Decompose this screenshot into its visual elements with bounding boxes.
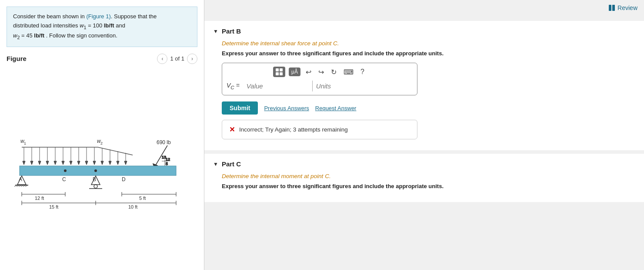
svg-marker-24 bbox=[93, 161, 96, 165]
submit-button[interactable]: Submit bbox=[222, 101, 258, 115]
next-figure-btn[interactable]: › bbox=[187, 54, 197, 64]
svg-marker-14 bbox=[54, 161, 57, 165]
part-c-question: Determine the internal moment at point C… bbox=[222, 173, 635, 179]
part-b-header[interactable]: ▼ Part B bbox=[213, 27, 635, 35]
svg-text:D: D bbox=[122, 176, 126, 182]
svg-text:12 ft: 12 ft bbox=[35, 196, 44, 201]
part-c-body: Determine the internal moment at point C… bbox=[213, 173, 635, 189]
svg-text:10 ft: 10 ft bbox=[128, 204, 137, 209]
svg-line-26 bbox=[98, 147, 133, 155]
part-b-body: Determine the internal shear force at po… bbox=[213, 40, 635, 139]
matrix-button[interactable] bbox=[273, 67, 285, 77]
svg-point-59 bbox=[94, 169, 97, 172]
answer-box-b: μÅ ↩ ↪ ↻ ⌨ ? VC = bbox=[222, 63, 417, 95]
svg-marker-8 bbox=[30, 161, 33, 165]
svg-marker-30 bbox=[109, 161, 111, 165]
svg-text:5: 5 bbox=[166, 162, 168, 166]
figure-section: Figure ‹ 1 of 1 › w 1 w 2 690 lb bbox=[0, 51, 204, 270]
part-b-chevron: ▼ bbox=[213, 28, 218, 34]
svg-marker-16 bbox=[62, 161, 64, 165]
svg-text:2: 2 bbox=[100, 141, 103, 145]
figure-label: Figure bbox=[7, 55, 27, 62]
part-b-title: Part B bbox=[222, 27, 241, 35]
part-b-instruction: Express your answer to three significant… bbox=[222, 50, 635, 57]
svg-marker-32 bbox=[117, 161, 119, 165]
part-b-question: Determine the internal shear force at po… bbox=[222, 40, 635, 47]
svg-marker-28 bbox=[101, 161, 103, 165]
review-label: Review bbox=[617, 4, 637, 11]
error-icon: ✕ bbox=[229, 125, 235, 134]
undo-button[interactable]: ↩ bbox=[304, 67, 313, 77]
refresh-button[interactable]: ↻ bbox=[329, 67, 338, 77]
problem-text-line3: w2 = 45 lb/ft . Follow the sign conventi… bbox=[13, 32, 117, 39]
error-box: ✕ Incorrect; Try Again; 3 attempts remai… bbox=[222, 120, 417, 139]
svg-marker-34 bbox=[124, 161, 127, 165]
svg-marker-6 bbox=[23, 161, 25, 165]
input-row-b: VC = bbox=[227, 81, 413, 91]
page-indicator: 1 of 1 bbox=[170, 55, 184, 62]
error-text: Incorrect; Try Again; 3 attempts remaini… bbox=[239, 126, 348, 133]
actions-row-b: Submit Previous Answers Request Answer bbox=[222, 101, 635, 115]
vc-label: VC = bbox=[227, 82, 240, 90]
svg-point-58 bbox=[64, 169, 67, 172]
problem-statement: Consider the beam shown in (Figure 1). S… bbox=[7, 7, 197, 47]
left-panel: Consider the beam shown in (Figure 1). S… bbox=[0, 0, 204, 270]
svg-rect-42 bbox=[20, 166, 176, 176]
figure-nav: ‹ 1 of 1 › bbox=[157, 54, 197, 64]
right-panel: Review ▼ Part B Determine the internal s… bbox=[204, 0, 644, 270]
part-c-section: ▼ Part C Determine the internal moment a… bbox=[204, 154, 644, 202]
value-input[interactable] bbox=[243, 81, 313, 91]
svg-text:15 ft: 15 ft bbox=[49, 204, 58, 209]
svg-text:C: C bbox=[62, 176, 66, 182]
part-c-chevron: ▼ bbox=[213, 161, 218, 167]
svg-marker-18 bbox=[70, 161, 72, 165]
svg-text:12: 12 bbox=[166, 157, 170, 162]
figure-header: Figure ‹ 1 of 1 › bbox=[7, 54, 197, 64]
svg-marker-12 bbox=[46, 161, 49, 165]
svg-text:690 lb: 690 lb bbox=[157, 139, 171, 145]
problem-text-line1: Consider the beam shown in (Figure 1). S… bbox=[13, 13, 157, 20]
svg-marker-22 bbox=[85, 161, 88, 165]
part-c-instruction: Express your answer to three significant… bbox=[222, 183, 635, 189]
matrix-icon bbox=[276, 68, 283, 75]
previous-answers-button[interactable]: Previous Answers bbox=[264, 105, 309, 111]
redo-button[interactable]: ↪ bbox=[317, 67, 326, 77]
help-button[interactable]: ? bbox=[359, 67, 366, 77]
part-c-header[interactable]: ▼ Part C bbox=[213, 160, 635, 168]
part-b-section: ▼ Part B Determine the internal shear fo… bbox=[204, 21, 644, 150]
toolbar-b: μÅ ↩ ↪ ↻ ⌨ ? bbox=[227, 67, 413, 77]
beam-diagram: w 1 w 2 690 lb bbox=[11, 120, 194, 216]
review-button[interactable]: Review bbox=[609, 4, 637, 11]
review-icon bbox=[609, 5, 615, 11]
right-content: ▼ Part B Determine the internal shear fo… bbox=[204, 0, 644, 202]
keyboard-button[interactable]: ⌨ bbox=[342, 67, 355, 77]
problem-text-line2: distributed load intensities w1 = 100 lb… bbox=[13, 22, 125, 29]
beam-figure: w 1 w 2 690 lb bbox=[7, 68, 197, 268]
svg-text:1: 1 bbox=[24, 141, 26, 145]
prev-figure-btn[interactable]: ‹ bbox=[157, 54, 167, 64]
units-input[interactable] bbox=[313, 81, 378, 91]
svg-text:5 ft: 5 ft bbox=[139, 196, 146, 201]
svg-point-56 bbox=[94, 185, 97, 188]
svg-marker-20 bbox=[77, 161, 80, 165]
request-answer-button[interactable]: Request Answer bbox=[315, 105, 357, 111]
svg-marker-10 bbox=[38, 161, 41, 165]
part-c-title: Part C bbox=[222, 160, 241, 168]
mu-a-button[interactable]: μÅ bbox=[289, 68, 300, 76]
